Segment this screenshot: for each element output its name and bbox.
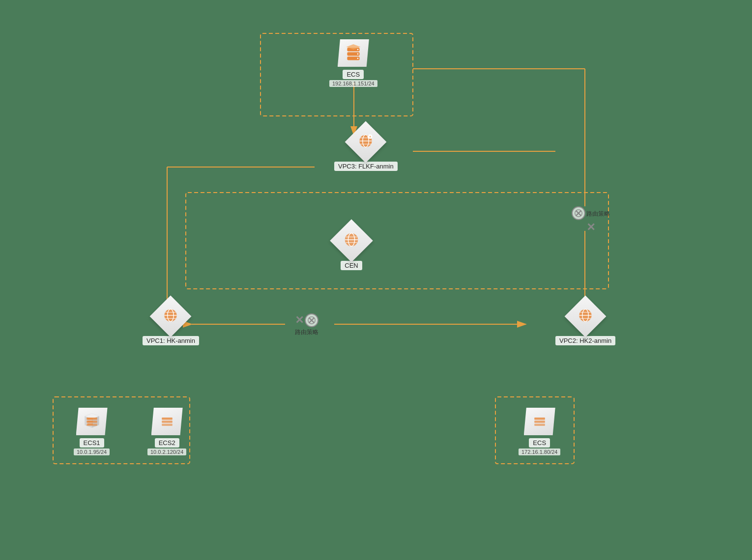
svg-text:+: + xyxy=(370,135,372,139)
ecs2-node[interactable]: ECS2 10.0.2.120/24 xyxy=(147,408,186,455)
ecs-right-node[interactable]: ECS 172.16.1.80/24 xyxy=(519,408,560,455)
svg-rect-60 xyxy=(534,418,545,420)
vpc3-label: VPC3: FLKF-anmin xyxy=(334,162,398,171)
svg-rect-57 xyxy=(162,418,173,420)
route-label-bottom: 路由策略 xyxy=(295,328,318,336)
svg-rect-58 xyxy=(162,420,173,423)
vpc3-node[interactable]: + VPC3: FLKF-anmin xyxy=(334,125,398,171)
x-mark-right: ✕ xyxy=(586,221,595,234)
ecs-top-label: ECS xyxy=(343,70,364,79)
svg-rect-55 xyxy=(87,420,97,423)
route-policy-bottom: ✕ 路由策略 xyxy=(295,313,318,336)
route-circle-bottom xyxy=(305,313,318,327)
route-label-right: 路由策略 xyxy=(586,210,610,218)
svg-rect-1 xyxy=(186,193,608,289)
ecs-top-sublabel: 192.168.1.151/24 xyxy=(329,80,377,87)
svg-point-23 xyxy=(357,57,358,59)
svg-point-21 xyxy=(357,49,358,50)
ecs-right-sublabel: 172.16.1.80/24 xyxy=(519,448,560,455)
ecs2-sublabel: 10.0.2.120/24 xyxy=(147,448,186,455)
svg-point-22 xyxy=(357,53,358,55)
ecs-right-icon xyxy=(524,408,555,435)
ecs1-sublabel: 10.0.1.95/24 xyxy=(74,448,110,455)
svg-rect-59 xyxy=(162,424,173,426)
ecs2-icon xyxy=(151,408,183,435)
vpc1-node[interactable]: VPC1: HK-anmin xyxy=(143,300,199,345)
vpc1-label: VPC1: HK-anmin xyxy=(143,336,199,345)
svg-rect-62 xyxy=(534,424,545,426)
ecs2-label: ECS2 xyxy=(155,438,179,448)
svg-rect-56 xyxy=(87,424,97,426)
route-policy-right: 路由策略 ✕ xyxy=(572,206,610,234)
svg-rect-61 xyxy=(534,420,545,423)
route-circle-right xyxy=(572,206,585,220)
ecs1-label: ECS1 xyxy=(80,438,104,448)
network-diagram: ECS 192.168.1.151/24 + VPC3: FLKF-anmin xyxy=(0,0,752,560)
ecs-top-node[interactable]: ECS 192.168.1.151/24 xyxy=(329,39,377,87)
vpc2-node[interactable]: VPC2: HK2-anmin xyxy=(555,300,615,345)
ecs1-icon xyxy=(76,408,108,435)
x-mark-bottom: ✕ xyxy=(295,314,304,327)
ecs1-node[interactable]: ECS1 10.0.1.95/24 xyxy=(74,408,110,455)
svg-rect-54 xyxy=(87,418,97,420)
cen-node[interactable]: CEN xyxy=(334,224,369,270)
vpc2-label: VPC2: HK2-anmin xyxy=(555,336,615,345)
ecs-right-label: ECS xyxy=(529,438,550,448)
ecs-top-icon xyxy=(338,39,369,67)
